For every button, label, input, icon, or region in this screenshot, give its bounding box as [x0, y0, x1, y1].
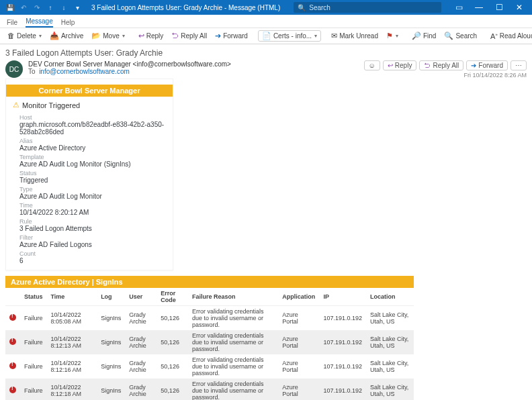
forward-icon: ➔	[471, 62, 476, 69]
table-cell: Grady Archie	[125, 306, 157, 331]
header-reply-button[interactable]: ↩Reply	[383, 60, 417, 70]
from-block: DEV Corner Bowl Server Manager <info@cor…	[28, 60, 359, 75]
table-row: Failure10/14/2022 8:12:13 AMSignInsGrady…	[5, 330, 414, 354]
table-cell: 10/14/2022 8:12:16 AM	[47, 354, 97, 379]
error-icon	[9, 362, 16, 369]
forward-button[interactable]: ➔Forward	[212, 31, 251, 41]
panel-field: FilterAzure AD Failed Logons	[6, 232, 173, 248]
arrow-up-icon[interactable]: ↑	[46, 4, 55, 11]
save-icon[interactable]: 💾	[5, 4, 15, 11]
table-header: Status	[20, 288, 47, 306]
to-address: info@cornerbowlsoftware.com	[39, 68, 130, 75]
undo-icon[interactable]: ↶	[19, 4, 28, 11]
table-cell: 107.191.0.192	[319, 379, 366, 400]
maximize-icon[interactable]: ☐	[489, 0, 509, 15]
field-value: 3 Failed Logon Attempts	[19, 225, 165, 232]
tab-file[interactable]: File	[7, 19, 17, 28]
header-more-button[interactable]: ⋯	[511, 60, 527, 70]
table-cell: Salt Lake City, Utah, US	[366, 379, 414, 400]
mark-unread-button[interactable]: ✉Mark Unread	[328, 31, 382, 41]
table-header: Time	[47, 288, 97, 306]
header-actions: ☺ ↩Reply ⮌Reply All ➔Forward ⋯ Fri 10/14…	[364, 60, 527, 79]
table-cell: Error validating credentials due to inva…	[188, 330, 278, 354]
alert-panel: Corner Bowl Server Manager ⚠ Monitor Tri…	[5, 79, 173, 270]
table-cell: Failure	[20, 354, 47, 379]
reply-all-icon: ⮌	[424, 62, 431, 69]
field-value: Azure Active Directory	[19, 144, 165, 152]
table-cell: Grady Archie	[125, 379, 157, 400]
panel-title: Corner Bowl Server Manager	[6, 85, 173, 97]
message-subject: 3 Failed Logon Attempts User: Grady Arch…	[5, 48, 527, 58]
read-aloud-icon: A»	[490, 32, 498, 40]
title-search-box[interactable]: 🔍 Search	[294, 2, 441, 13]
ribbon-display-icon[interactable]: ▭	[449, 0, 469, 15]
search-icon: 🔍	[444, 32, 453, 40]
arrow-down-icon[interactable]: ↓	[59, 4, 69, 11]
panel-field: AliasAzure Active Directory	[6, 136, 173, 152]
field-key: Filter	[19, 234, 165, 241]
read-aloud-button[interactable]: A»Read Aloud	[487, 31, 532, 42]
header-reply-all-button[interactable]: ⮌Reply All	[419, 60, 463, 70]
table-cell: 50,126	[157, 379, 188, 400]
emoji-button[interactable]: ☺	[364, 60, 380, 70]
minimize-icon[interactable]: —	[469, 0, 489, 15]
field-key: Time	[19, 202, 165, 209]
table-cell: Salt Lake City, Utah, US	[366, 354, 414, 379]
table-cell: Failure	[20, 330, 47, 354]
find-icon: 🔎	[412, 32, 421, 40]
reply-icon: ↩	[388, 62, 393, 69]
tab-help[interactable]: Help	[61, 19, 75, 28]
table-header: IP	[319, 288, 366, 306]
ellipsis-icon: ⋯	[515, 62, 522, 69]
table-cell: Azure Portal	[278, 379, 319, 400]
table-cell: SignIns	[97, 354, 125, 379]
table-cell: Azure Portal	[278, 306, 319, 331]
move-button[interactable]: 📂Move▾	[88, 31, 128, 41]
close-icon[interactable]: ✕	[509, 0, 529, 15]
panel-field: StatusTriggered	[6, 168, 173, 184]
signins-table: StatusTimeLogUserError CodeFailure Reaso…	[5, 288, 414, 400]
table-cell: Failure	[20, 306, 47, 331]
table-title: Azure Active Directory | SignIns	[5, 276, 414, 288]
ribbon-tabs: File Message Help	[0, 15, 532, 28]
find-button[interactable]: 🔎Find	[408, 31, 439, 41]
panel-field: TypeAzure AD Audit Log Monitor	[6, 184, 173, 200]
panel-field: Hostgraph.microsoft.com/b82eadbf-e838-42…	[6, 112, 173, 136]
flag-button[interactable]: ⚑▾	[383, 31, 402, 41]
field-key: Template	[19, 154, 165, 160]
search-button[interactable]: 🔍Search	[441, 31, 480, 41]
avatar: DC	[5, 60, 23, 78]
from-line: DEV Corner Bowl Server Manager <info@cor…	[28, 60, 359, 68]
field-key: Rule	[19, 218, 165, 225]
table-cell: Salt Lake City, Utah, US	[366, 306, 414, 331]
tab-message[interactable]: Message	[26, 17, 53, 28]
field-value: Triggered	[19, 177, 165, 184]
quicksteps-button[interactable]: 📄Certs - info...▾	[258, 30, 321, 42]
redo-icon[interactable]: ↷	[32, 4, 42, 11]
reply-icon: ↩	[138, 32, 144, 40]
archive-button[interactable]: 📥Archive	[46, 31, 87, 41]
forward-icon: ➔	[215, 32, 221, 40]
table-cell: SignIns	[97, 379, 125, 400]
table-header: Error Code	[157, 288, 188, 306]
table-cell: SignIns	[97, 306, 125, 331]
reply-button[interactable]: ↩Reply	[135, 31, 167, 41]
table-cell: Failure	[20, 379, 47, 400]
received-time: Fri 10/14/2022 8:26 AM	[463, 72, 527, 79]
alert-line: ⚠ Monitor Triggered	[6, 97, 173, 112]
table-cell: Error validating credentials due to inva…	[188, 354, 278, 379]
header-forward-button[interactable]: ➔Forward	[466, 60, 508, 70]
delete-button[interactable]: 🗑Delete▾	[4, 31, 45, 41]
reply-all-button[interactable]: ⮌Reply All	[168, 31, 210, 41]
error-icon	[9, 338, 16, 345]
field-key: Count	[19, 250, 165, 257]
qat-dropdown-icon[interactable]: ▾	[73, 4, 82, 11]
field-key: Type	[19, 186, 165, 193]
table-header: Location	[366, 288, 414, 306]
field-value: 6	[19, 257, 165, 264]
to-line: To info@cornerbowlsoftware.com	[28, 68, 359, 75]
field-value: Azure AD Failed Logons	[19, 241, 165, 248]
mail-icon: ✉	[331, 32, 337, 40]
table-cell: 50,126	[157, 354, 188, 379]
table-cell: 107.191.0.192	[319, 306, 366, 331]
